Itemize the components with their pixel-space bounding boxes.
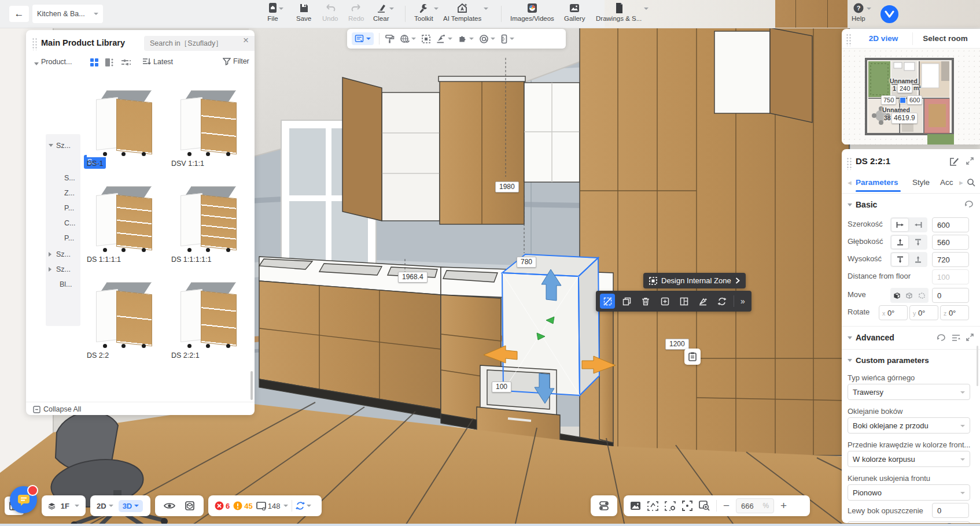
floorplan-minimap[interactable]: Unnamed 1 240 m² 750 600 Unnamed 38 4619… bbox=[842, 49, 980, 145]
delete-button[interactable] bbox=[638, 294, 653, 309]
product-card[interactable]: DS 2:2 bbox=[87, 273, 162, 360]
add-item-button[interactable] bbox=[657, 294, 672, 309]
section-advanced[interactable]: Advanced bbox=[848, 333, 894, 342]
section-custom-parameters[interactable]: Custom parameters bbox=[848, 356, 929, 365]
tab-accessories[interactable]: Acc bbox=[940, 178, 953, 187]
menu-redo[interactable]: Redo bbox=[348, 2, 364, 22]
section-basic[interactable]: Basic bbox=[848, 200, 877, 209]
tab-style[interactable]: Style bbox=[912, 178, 930, 187]
reset-icon[interactable] bbox=[937, 334, 946, 342]
annotation-tool-button[interactable] bbox=[352, 32, 374, 45]
edit-icon[interactable] bbox=[949, 157, 959, 166]
width-input[interactable]: 600 bbox=[932, 217, 969, 232]
menu-gallery[interactable]: Gallery bbox=[564, 2, 585, 22]
dim-depth-chip[interactable]: 600 bbox=[907, 95, 922, 105]
grid-view-icon[interactable] bbox=[90, 58, 99, 67]
sliders-icon[interactable] bbox=[121, 58, 131, 67]
selection-marker[interactable] bbox=[900, 97, 906, 103]
cube-view-icon[interactable] bbox=[185, 501, 195, 511]
display-settings-button[interactable] bbox=[591, 495, 617, 516]
rotate-z-input[interactable]: z 0° bbox=[940, 305, 969, 320]
height-dir-up-button[interactable] bbox=[909, 253, 926, 266]
tree-item[interactable]: Sz... bbox=[56, 139, 85, 153]
clipboard-button[interactable] bbox=[684, 349, 701, 365]
close-icon[interactable]: × bbox=[243, 35, 249, 46]
product-card[interactable]: DS 1:1:1:1:1 bbox=[171, 177, 246, 264]
tree-item[interactable]: Bl... bbox=[60, 277, 89, 291]
zoom-in-button[interactable]: + bbox=[780, 501, 787, 510]
mode-3d-button[interactable]: 3D bbox=[119, 500, 143, 512]
measure-tool-button[interactable] bbox=[500, 34, 514, 44]
zoom-level-input[interactable]: 666 % bbox=[736, 498, 774, 513]
captures-indicator[interactable]: 148 bbox=[256, 502, 281, 510]
replace-button[interactable] bbox=[714, 294, 730, 309]
menu-toolkit[interactable]: Toolkit bbox=[414, 2, 433, 22]
back-button[interactable]: ← bbox=[9, 6, 29, 22]
mode-2d-button[interactable]: 2D bbox=[97, 502, 113, 510]
width-dir-left-button[interactable] bbox=[891, 218, 908, 231]
errors-indicator[interactable]: 6 bbox=[215, 501, 230, 510]
select-edge-banding[interactable]: Boki oklejane z przodu bbox=[848, 417, 970, 434]
drag-handle[interactable] bbox=[32, 38, 38, 50]
lighting-tool-button[interactable] bbox=[436, 34, 452, 44]
select-top-rail-type[interactable]: Trawersy bbox=[848, 384, 970, 400]
menu-undo[interactable]: Undo bbox=[322, 2, 338, 22]
list-settings-icon[interactable] bbox=[952, 334, 960, 342]
chat-assistant-button[interactable] bbox=[10, 486, 37, 513]
target-snap-button[interactable] bbox=[479, 34, 495, 44]
product-card[interactable]: DSV 1:1:1 bbox=[171, 81, 246, 168]
tree-item[interactable]: Sz... bbox=[56, 262, 85, 276]
collapse-all-button[interactable]: Collapse All bbox=[33, 405, 81, 413]
scale-tool-button[interactable] bbox=[600, 294, 615, 309]
filter-button[interactable]: Filter bbox=[223, 57, 249, 65]
tabs-scroll-right-icon[interactable]: ► bbox=[958, 179, 964, 186]
render-mode-button[interactable] bbox=[400, 34, 416, 44]
tree-item[interactable]: Sz... bbox=[56, 247, 85, 261]
floor-distance-input[interactable]: 100 bbox=[932, 269, 969, 284]
height-dir-down-button[interactable] bbox=[891, 253, 908, 266]
design-internal-zone-button[interactable]: Design Internal Zone bbox=[643, 273, 746, 288]
tree-root[interactable]: Product... bbox=[34, 58, 69, 69]
material-button[interactable] bbox=[695, 294, 710, 309]
menu-ai-templates[interactable]: AI Templates bbox=[443, 2, 481, 22]
select-all-button[interactable] bbox=[421, 34, 431, 44]
scrollbar-thumb[interactable] bbox=[250, 371, 253, 400]
move-input[interactable]: 0 bbox=[932, 288, 969, 303]
zoom-region-icon[interactable] bbox=[699, 501, 710, 511]
focus-center-icon[interactable] bbox=[682, 501, 692, 511]
move-x-button[interactable] bbox=[891, 289, 902, 302]
height-input[interactable]: 720 bbox=[932, 252, 969, 267]
tabs-scroll-left-icon[interactable]: ◄ bbox=[846, 179, 853, 186]
depth-dir-back-button[interactable] bbox=[909, 236, 926, 249]
menu-file[interactable]: File bbox=[267, 2, 278, 22]
sync-button[interactable] bbox=[296, 501, 311, 510]
room-area-chip[interactable]: 240 bbox=[897, 84, 912, 93]
product-card[interactable]: DS-1 bbox=[87, 81, 162, 168]
scrollbar-thumb[interactable] bbox=[977, 346, 978, 386]
drag-handle[interactable] bbox=[846, 157, 852, 170]
reset-icon[interactable] bbox=[964, 200, 974, 209]
menu-help[interactable]: ? Help bbox=[852, 2, 865, 22]
expand-panel-icon[interactable] bbox=[966, 157, 974, 165]
rotate-x-input[interactable]: x 0° bbox=[879, 305, 908, 320]
snapshot-icon[interactable] bbox=[630, 501, 641, 510]
menu-drawings[interactable]: Drawings & S... bbox=[596, 2, 642, 22]
rotate-y-input[interactable]: y 0° bbox=[909, 305, 938, 320]
menu-save[interactable]: Save bbox=[296, 2, 311, 22]
list-view-icon[interactable] bbox=[105, 58, 114, 67]
project-name-dropdown[interactable]: Kitchen & Ba... bbox=[32, 5, 103, 23]
tab-parameters[interactable]: Parameters bbox=[856, 178, 898, 187]
depth-input[interactable]: 560 bbox=[932, 235, 969, 250]
eye-icon[interactable] bbox=[164, 502, 175, 510]
select-grain-direction[interactable]: Pionowo bbox=[848, 484, 970, 501]
sort-latest-button[interactable]: Latest bbox=[142, 57, 173, 66]
capture-settings-icon[interactable] bbox=[665, 501, 676, 511]
search-icon[interactable] bbox=[967, 178, 975, 187]
select-partial[interactable] bbox=[848, 521, 970, 523]
drag-handle[interactable] bbox=[846, 34, 852, 46]
more-tools-button[interactable]: » bbox=[738, 294, 747, 309]
internal-layout-button[interactable] bbox=[676, 294, 691, 309]
width-dir-right-button[interactable] bbox=[909, 218, 926, 231]
plugins-button[interactable] bbox=[458, 34, 474, 44]
floor-selector[interactable]: 1F bbox=[42, 495, 86, 516]
